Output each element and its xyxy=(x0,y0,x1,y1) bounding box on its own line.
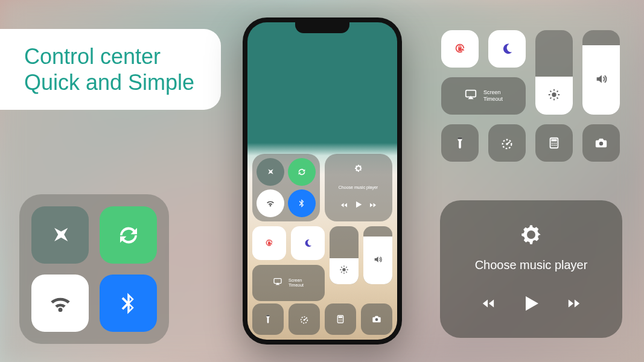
rotation-lock-toggle[interactable] xyxy=(441,30,479,68)
phone-screen: Choose music player xyxy=(247,22,397,340)
rotation-lock-toggle[interactable] xyxy=(252,226,286,260)
headline-line1: Control center xyxy=(24,43,194,69)
bluetooth-toggle[interactable] xyxy=(100,275,157,332)
headline-card: Control center Quick and Simple xyxy=(0,29,221,110)
airplay-icon xyxy=(273,277,282,289)
connectivity-group xyxy=(252,154,320,221)
wifi-toggle[interactable] xyxy=(257,189,284,217)
airplane-mode-toggle[interactable] xyxy=(257,158,284,186)
volume-slider[interactable] xyxy=(363,226,392,284)
screen-mirroring-button[interactable]: ScreenTimeout xyxy=(441,77,526,115)
sun-icon xyxy=(547,88,561,104)
bluetooth-toggle[interactable] xyxy=(288,189,316,217)
phone-control-center: Choose music player xyxy=(252,154,392,335)
do-not-disturb-toggle[interactable] xyxy=(291,226,325,260)
next-track-button[interactable] xyxy=(567,297,581,313)
speedometer-button[interactable] xyxy=(488,124,526,162)
headline-line2: Quick and Simple xyxy=(24,69,194,95)
screen-mirror-label: ScreenTimeout xyxy=(289,278,304,288)
controls-showcase: ScreenTimeout xyxy=(441,30,622,162)
flashlight-button[interactable] xyxy=(441,124,479,162)
play-button[interactable] xyxy=(520,293,542,317)
previous-track-button[interactable] xyxy=(482,297,495,313)
airplane-mode-toggle[interactable] xyxy=(31,206,89,264)
camera-button[interactable] xyxy=(582,124,620,162)
music-widget-large[interactable]: Choose music player xyxy=(440,200,622,338)
music-player-label: Choose music player xyxy=(339,185,378,189)
do-not-disturb-toggle[interactable] xyxy=(488,30,526,68)
speaker-icon xyxy=(595,72,608,88)
wifi-toggle[interactable] xyxy=(31,275,89,332)
sun-icon xyxy=(339,265,349,277)
previous-track-button[interactable] xyxy=(340,200,348,211)
screen-mirror-label: ScreenTimeout xyxy=(483,89,503,103)
phone-mockup: Choose music player xyxy=(243,17,402,345)
cellular-data-toggle[interactable] xyxy=(288,158,316,186)
speaker-icon xyxy=(373,255,383,267)
calculator-button[interactable] xyxy=(325,303,356,335)
music-widget[interactable]: Choose music player xyxy=(325,154,392,221)
screen-mirroring-button[interactable]: ScreenTimeout xyxy=(252,265,325,301)
brightness-slider[interactable] xyxy=(330,226,359,284)
next-track-button[interactable] xyxy=(369,200,377,211)
camera-button[interactable] xyxy=(361,303,392,335)
volume-slider[interactable] xyxy=(582,30,620,115)
phone-notch xyxy=(295,22,349,33)
connectivity-panel xyxy=(19,194,169,344)
gear-icon xyxy=(518,222,544,250)
gear-icon xyxy=(354,164,363,176)
airplay-icon xyxy=(464,88,477,104)
flashlight-button[interactable] xyxy=(252,303,284,335)
calculator-button[interactable] xyxy=(535,124,573,162)
cellular-data-toggle[interactable] xyxy=(100,206,157,264)
music-player-label: Choose music player xyxy=(475,258,588,272)
speedometer-button[interactable] xyxy=(289,303,320,335)
brightness-slider[interactable] xyxy=(535,30,573,115)
play-button[interactable] xyxy=(354,200,363,212)
